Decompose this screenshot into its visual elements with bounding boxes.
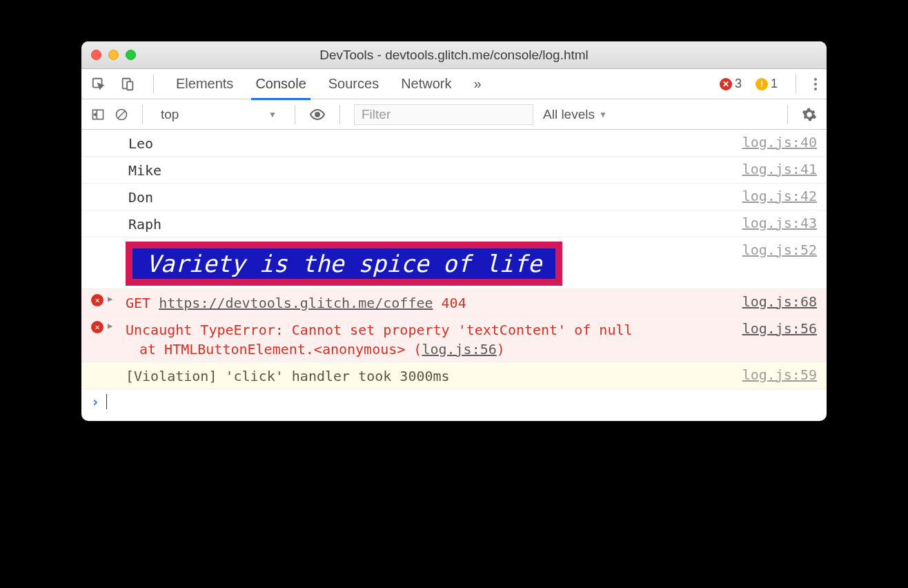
error-icon: ✕ bbox=[91, 321, 103, 333]
gear-icon[interactable] bbox=[802, 107, 817, 122]
cursor bbox=[106, 394, 107, 409]
log-text: Don bbox=[126, 186, 742, 207]
more-menu-icon[interactable] bbox=[814, 78, 817, 90]
error-count: 3 bbox=[735, 77, 742, 91]
source-link[interactable]: log.js:59 bbox=[742, 365, 817, 383]
tab-network[interactable]: Network bbox=[397, 76, 455, 92]
source-link[interactable]: log.js:68 bbox=[742, 292, 817, 310]
tab-elements[interactable]: Elements bbox=[172, 76, 237, 92]
eye-icon[interactable] bbox=[309, 106, 326, 123]
divider bbox=[153, 75, 154, 94]
request-url[interactable]: https://devtools.glitch.me/coffee bbox=[159, 295, 433, 311]
disclosure-triangle-icon[interactable]: ▶ bbox=[108, 321, 112, 331]
warning-count-badge[interactable]: ! 1 bbox=[756, 77, 778, 91]
console-row[interactable]: Mike log.js:41 bbox=[81, 157, 827, 184]
stack-suffix: ) bbox=[497, 341, 505, 357]
http-status: 404 bbox=[442, 295, 466, 311]
console-row-styled[interactable]: Variety is the spice of life log.js:52 bbox=[81, 237, 827, 289]
console-row[interactable]: Don log.js:42 bbox=[81, 184, 827, 210]
divider bbox=[295, 105, 295, 124]
tabs-overflow[interactable]: » bbox=[470, 76, 486, 92]
console-row[interactable]: Raph log.js:43 bbox=[81, 210, 827, 237]
warning-icon: ! bbox=[756, 78, 768, 90]
log-text: Mike bbox=[126, 159, 742, 180]
context-selector[interactable]: top ▼ bbox=[157, 107, 281, 122]
source-link[interactable]: log.js:52 bbox=[742, 240, 817, 258]
tab-sources[interactable]: Sources bbox=[324, 76, 383, 92]
violation-text: [Violation] 'click' handler took 3000ms bbox=[126, 365, 742, 386]
levels-label: All levels bbox=[543, 107, 595, 122]
warning-count: 1 bbox=[771, 77, 778, 91]
source-link[interactable]: log.js:40 bbox=[742, 133, 817, 150]
console-row-error[interactable]: ✕ ▶ GET https://devtools.glitch.me/coffe… bbox=[81, 289, 827, 316]
source-link[interactable]: log.js:56 bbox=[742, 319, 817, 337]
inspect-icon[interactable] bbox=[91, 77, 106, 92]
stack-link[interactable]: log.js:56 bbox=[422, 341, 496, 357]
stack-prefix: at HTMLButtonElement.<anonymous> ( bbox=[139, 341, 422, 357]
console-row[interactable]: Leo log.js:40 bbox=[81, 130, 827, 157]
console-row-error[interactable]: ✕ ▶ Uncaught TypeError: Cannot set prope… bbox=[81, 316, 827, 362]
log-text: Leo bbox=[126, 133, 742, 153]
window-title: DevTools - devtools.glitch.me/console/lo… bbox=[81, 48, 827, 63]
disclosure-triangle-icon[interactable]: ▶ bbox=[108, 294, 112, 304]
sidebar-toggle-icon[interactable] bbox=[91, 108, 105, 121]
error-headline: Uncaught TypeError: Cannot set property … bbox=[126, 322, 633, 338]
source-link[interactable]: log.js:42 bbox=[742, 186, 817, 204]
svg-rect-2 bbox=[127, 81, 132, 90]
http-method: GET bbox=[126, 295, 150, 311]
device-toggle-icon[interactable] bbox=[120, 77, 135, 92]
chevron-down-icon: ▼ bbox=[268, 110, 277, 119]
log-text: Raph bbox=[126, 213, 742, 234]
error-icon: ✕ bbox=[91, 294, 103, 306]
filter-input[interactable] bbox=[354, 104, 533, 125]
chevron-down-icon: ▼ bbox=[599, 110, 607, 119]
divider bbox=[787, 105, 788, 124]
levels-selector[interactable]: All levels ▼ bbox=[543, 107, 607, 122]
console-messages: Leo log.js:40 Mike log.js:41 Don log.js:… bbox=[81, 130, 827, 421]
panel-tabs: Elements Console Sources Network » ✕ 3 !… bbox=[81, 69, 827, 99]
error-icon: ✕ bbox=[720, 78, 732, 90]
divider bbox=[339, 105, 340, 124]
svg-point-5 bbox=[315, 112, 319, 117]
source-link[interactable]: log.js:43 bbox=[742, 213, 817, 231]
divider bbox=[796, 75, 796, 94]
console-prompt[interactable]: › bbox=[81, 389, 827, 421]
divider bbox=[142, 105, 143, 124]
console-row-violation[interactable]: [Violation] 'click' handler took 3000ms … bbox=[81, 362, 827, 389]
titlebar: DevTools - devtools.glitch.me/console/lo… bbox=[81, 41, 827, 69]
console-toolbar: top ▼ All levels ▼ bbox=[81, 99, 827, 130]
devtools-window: DevTools - devtools.glitch.me/console/lo… bbox=[81, 41, 827, 421]
context-value: top bbox=[161, 107, 179, 122]
prompt-chevron-icon: › bbox=[91, 393, 99, 410]
source-link[interactable]: log.js:41 bbox=[742, 159, 817, 177]
styled-log-text: Variety is the spice of life bbox=[126, 242, 562, 286]
tab-console[interactable]: Console bbox=[251, 76, 310, 100]
error-count-badge[interactable]: ✕ 3 bbox=[720, 77, 742, 91]
clear-console-icon[interactable] bbox=[115, 108, 128, 121]
